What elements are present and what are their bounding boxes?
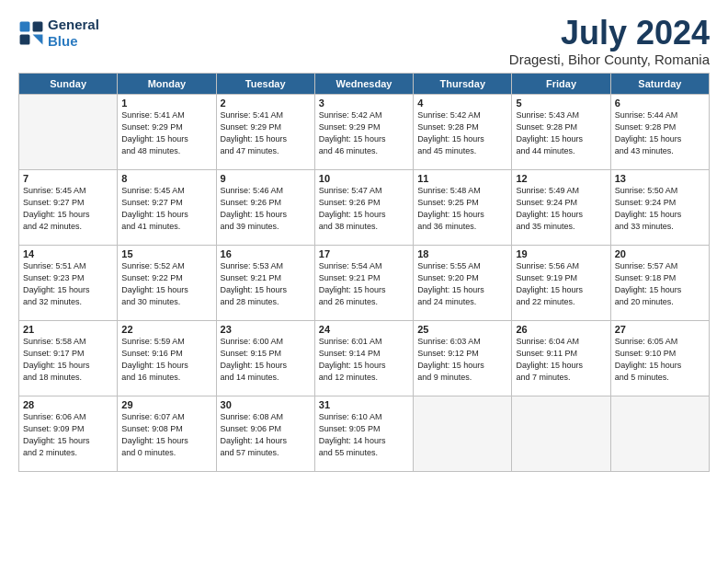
day-number: 11	[417, 173, 507, 184]
calendar-cell: 22Sunrise: 5:59 AMSunset: 9:16 PMDayligh…	[118, 321, 216, 396]
day-number: 2	[221, 98, 311, 109]
day-detail: Sunrise: 6:04 AMSunset: 9:11 PMDaylight:…	[516, 336, 606, 384]
day-number: 6	[615, 98, 705, 109]
col-tuesday: Tuesday	[216, 74, 314, 95]
day-number: 13	[615, 173, 705, 184]
calendar-cell: 12Sunrise: 5:49 AMSunset: 9:24 PMDayligh…	[512, 170, 610, 246]
calendar-cell: 4Sunrise: 5:42 AMSunset: 9:28 PMDaylight…	[414, 95, 512, 170]
col-friday: Friday	[512, 74, 610, 95]
day-number: 27	[615, 324, 705, 335]
svg-rect-1	[33, 22, 43, 32]
day-number: 29	[121, 399, 211, 410]
col-thursday: Thursday	[414, 74, 512, 95]
calendar-header: Sunday Monday Tuesday Wednesday Thursday…	[19, 74, 710, 95]
logo-line2: Blue	[48, 33, 99, 50]
calendar-cell: 15Sunrise: 5:52 AMSunset: 9:22 PMDayligh…	[118, 246, 216, 321]
day-number: 17	[319, 248, 409, 259]
day-detail: Sunrise: 5:52 AMSunset: 9:22 PMDaylight:…	[121, 260, 211, 308]
svg-rect-0	[20, 22, 30, 32]
day-detail: Sunrise: 5:58 AMSunset: 9:17 PMDaylight:…	[23, 336, 113, 384]
day-detail: Sunrise: 5:45 AMSunset: 9:27 PMDaylight:…	[23, 185, 113, 233]
svg-marker-3	[33, 35, 43, 45]
calendar-cell: 1Sunrise: 5:41 AMSunset: 9:29 PMDaylight…	[118, 95, 216, 170]
day-number: 7	[23, 173, 113, 184]
calendar-cell: 7Sunrise: 5:45 AMSunset: 9:27 PMDaylight…	[19, 170, 118, 246]
calendar-cell: 13Sunrise: 5:50 AMSunset: 9:24 PMDayligh…	[610, 170, 709, 246]
day-number: 26	[516, 324, 606, 335]
day-detail: Sunrise: 5:56 AMSunset: 9:19 PMDaylight:…	[516, 260, 606, 308]
day-detail: Sunrise: 5:57 AMSunset: 9:18 PMDaylight:…	[615, 260, 705, 308]
day-number: 16	[221, 248, 311, 259]
day-number: 9	[221, 173, 311, 184]
day-detail: Sunrise: 5:53 AMSunset: 9:21 PMDaylight:…	[221, 260, 311, 308]
calendar-cell	[414, 396, 512, 472]
calendar-cell: 2Sunrise: 5:41 AMSunset: 9:29 PMDaylight…	[216, 95, 314, 170]
calendar-cell: 10Sunrise: 5:47 AMSunset: 9:26 PMDayligh…	[314, 170, 413, 246]
svg-rect-2	[20, 35, 30, 45]
calendar-cell: 31Sunrise: 6:10 AMSunset: 9:05 PMDayligh…	[314, 396, 413, 472]
day-detail: Sunrise: 5:59 AMSunset: 9:16 PMDaylight:…	[121, 336, 211, 384]
day-detail: Sunrise: 6:03 AMSunset: 9:12 PMDaylight:…	[417, 336, 507, 384]
day-detail: Sunrise: 5:44 AMSunset: 9:28 PMDaylight:…	[615, 109, 705, 157]
col-saturday: Saturday	[610, 74, 709, 95]
calendar-cell: 29Sunrise: 6:07 AMSunset: 9:08 PMDayligh…	[118, 396, 216, 472]
day-detail: Sunrise: 5:55 AMSunset: 9:20 PMDaylight:…	[417, 260, 507, 308]
day-detail: Sunrise: 5:43 AMSunset: 9:28 PMDaylight:…	[516, 109, 606, 157]
day-number: 22	[121, 324, 211, 335]
day-detail: Sunrise: 5:42 AMSunset: 9:29 PMDaylight:…	[319, 109, 409, 157]
day-detail: Sunrise: 5:49 AMSunset: 9:24 PMDaylight:…	[516, 185, 606, 233]
calendar-title: July 2024	[509, 17, 710, 50]
calendar-cell: 18Sunrise: 5:55 AMSunset: 9:20 PMDayligh…	[414, 246, 512, 321]
logo-icon	[18, 20, 44, 46]
calendar-cell: 23Sunrise: 6:00 AMSunset: 9:15 PMDayligh…	[216, 321, 314, 396]
day-detail: Sunrise: 5:41 AMSunset: 9:29 PMDaylight:…	[221, 109, 311, 157]
day-detail: Sunrise: 5:54 AMSunset: 9:21 PMDaylight:…	[319, 260, 409, 308]
day-number: 23	[221, 324, 311, 335]
page: General Blue July 2024 Dragesti, Bihor C…	[0, 0, 728, 481]
calendar-cell: 21Sunrise: 5:58 AMSunset: 9:17 PMDayligh…	[19, 321, 118, 396]
day-number: 24	[319, 324, 409, 335]
calendar-body: 1Sunrise: 5:41 AMSunset: 9:29 PMDaylight…	[19, 95, 710, 472]
day-detail: Sunrise: 6:08 AMSunset: 9:06 PMDaylight:…	[221, 411, 311, 459]
day-detail: Sunrise: 6:01 AMSunset: 9:14 PMDaylight:…	[319, 336, 409, 384]
day-detail: Sunrise: 5:45 AMSunset: 9:27 PMDaylight:…	[121, 185, 211, 233]
day-number: 31	[319, 399, 409, 410]
day-number: 5	[516, 98, 606, 109]
calendar-cell: 30Sunrise: 6:08 AMSunset: 9:06 PMDayligh…	[216, 396, 314, 472]
calendar-cell: 9Sunrise: 5:46 AMSunset: 9:26 PMDaylight…	[216, 170, 314, 246]
calendar-cell: 8Sunrise: 5:45 AMSunset: 9:27 PMDaylight…	[118, 170, 216, 246]
calendar-cell: 14Sunrise: 5:51 AMSunset: 9:23 PMDayligh…	[19, 246, 118, 321]
calendar-cell: 5Sunrise: 5:43 AMSunset: 9:28 PMDaylight…	[512, 95, 610, 170]
day-detail: Sunrise: 6:05 AMSunset: 9:10 PMDaylight:…	[615, 336, 705, 384]
day-detail: Sunrise: 5:41 AMSunset: 9:29 PMDaylight:…	[121, 109, 211, 157]
day-detail: Sunrise: 6:00 AMSunset: 9:15 PMDaylight:…	[221, 336, 311, 384]
calendar-cell: 20Sunrise: 5:57 AMSunset: 9:18 PMDayligh…	[610, 246, 709, 321]
day-detail: Sunrise: 6:07 AMSunset: 9:08 PMDaylight:…	[121, 411, 211, 459]
calendar-cell	[610, 396, 709, 472]
col-sunday: Sunday	[19, 74, 118, 95]
day-detail: Sunrise: 6:06 AMSunset: 9:09 PMDaylight:…	[23, 411, 113, 459]
day-number: 14	[23, 248, 113, 259]
calendar-table: Sunday Monday Tuesday Wednesday Thursday…	[18, 73, 710, 472]
day-detail: Sunrise: 5:46 AMSunset: 9:26 PMDaylight:…	[221, 185, 311, 233]
col-monday: Monday	[118, 74, 216, 95]
day-number: 21	[23, 324, 113, 335]
calendar-cell: 24Sunrise: 6:01 AMSunset: 9:14 PMDayligh…	[314, 321, 413, 396]
calendar-cell: 11Sunrise: 5:48 AMSunset: 9:25 PMDayligh…	[414, 170, 512, 246]
day-number: 3	[319, 98, 409, 109]
calendar-week-4: 21Sunrise: 5:58 AMSunset: 9:17 PMDayligh…	[19, 321, 710, 396]
day-detail: Sunrise: 5:51 AMSunset: 9:23 PMDaylight:…	[23, 260, 113, 308]
col-wednesday: Wednesday	[314, 74, 413, 95]
logo: General Blue	[18, 17, 99, 50]
calendar-cell: 28Sunrise: 6:06 AMSunset: 9:09 PMDayligh…	[19, 396, 118, 472]
day-number: 28	[23, 399, 113, 410]
calendar-week-5: 28Sunrise: 6:06 AMSunset: 9:09 PMDayligh…	[19, 396, 710, 472]
calendar-week-3: 14Sunrise: 5:51 AMSunset: 9:23 PMDayligh…	[19, 246, 710, 321]
calendar-cell: 17Sunrise: 5:54 AMSunset: 9:21 PMDayligh…	[314, 246, 413, 321]
title-area: July 2024 Dragesti, Bihor County, Romani…	[509, 17, 710, 67]
day-detail: Sunrise: 5:47 AMSunset: 9:26 PMDaylight:…	[319, 185, 409, 233]
day-number: 1	[121, 98, 211, 109]
day-number: 4	[417, 98, 507, 109]
calendar-cell: 16Sunrise: 5:53 AMSunset: 9:21 PMDayligh…	[216, 246, 314, 321]
day-number: 30	[221, 399, 311, 410]
